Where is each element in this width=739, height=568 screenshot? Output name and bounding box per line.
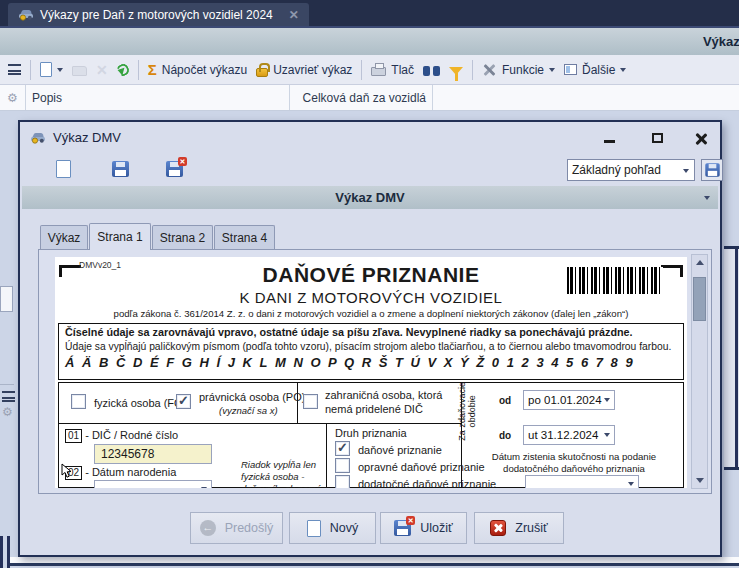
main-toolbar: ✕ ΣNápočet výkazu Uzavrieť výkaz Tlač Fu…	[0, 55, 739, 85]
checkbox-pravnicka-osoba[interactable]	[176, 394, 191, 409]
background-fragment	[0, 384, 14, 385]
layout-icon	[564, 64, 577, 75]
tab-label: Výkaz	[48, 231, 81, 245]
new-record-button[interactable]	[40, 62, 63, 77]
chevron-down-icon	[201, 487, 207, 488]
save-icon	[394, 520, 411, 536]
back-arrow-icon	[200, 520, 216, 536]
checkbox-zahranicna-osoba[interactable]	[303, 394, 318, 409]
discovery-date-combobox[interactable]	[525, 475, 639, 488]
open-button[interactable]	[72, 63, 87, 76]
tab-strana-2[interactable]: Strana 2	[152, 225, 213, 250]
dic-value: 12345678	[101, 447, 154, 461]
form-scrollbar[interactable]	[691, 254, 708, 489]
scroll-down-icon[interactable]	[696, 478, 704, 483]
chevron-down-icon[interactable]	[704, 196, 710, 200]
delete-button[interactable]: ✕	[96, 63, 108, 77]
checkbox-danove-priznanie[interactable]	[335, 441, 350, 456]
separator	[138, 60, 139, 80]
save-view-button[interactable]	[701, 159, 723, 181]
form-table: fyzická osoba (FO) právnická osoba (PO) …	[58, 382, 684, 488]
period-to-combobox[interactable]: ut 31.12.2024	[523, 425, 615, 445]
save-icon	[705, 163, 719, 177]
folder-icon	[72, 66, 87, 76]
dalsie-label: Ďalšie	[582, 63, 615, 77]
section-header: Výkaz DMV	[22, 186, 718, 209]
save-close-icon	[166, 161, 183, 177]
checkbox-fyzicka-osoba[interactable]	[71, 394, 86, 409]
napocet-label: Nápočet výkazu	[162, 63, 247, 77]
grid-settings-cell[interactable]	[0, 85, 26, 110]
ulozit-label: Uložiť	[420, 521, 452, 535]
filter-button[interactable]	[449, 65, 463, 75]
minimize-icon	[604, 140, 615, 143]
period-from-combobox[interactable]: po 01.01.2024	[523, 390, 615, 410]
view-selector-value: Základný pohľad	[572, 163, 661, 177]
car-icon	[30, 131, 46, 144]
column-header-filler	[433, 85, 739, 110]
dic-input[interactable]: 12345678	[94, 444, 212, 464]
chevron-down-icon	[620, 68, 626, 72]
novy-button[interactable]: Nový	[289, 512, 376, 544]
background-fragment	[2, 391, 15, 402]
scroll-up-icon[interactable]	[696, 260, 704, 265]
column-header-total[interactable]: Celková daň za vozidlá	[290, 85, 433, 110]
minimize-button[interactable]	[598, 130, 620, 146]
checkbox-dodatocne-priznanie[interactable]	[335, 475, 350, 488]
binoculars-icon	[423, 63, 440, 76]
tab-strana-4[interactable]: Strana 4	[214, 225, 275, 250]
column-popis-label: Popis	[32, 91, 62, 105]
menu-icon[interactable]	[8, 64, 21, 75]
line02-text: - Dátum narodenia	[85, 466, 176, 478]
predosly-label: Predošlý	[225, 521, 274, 535]
birth-date-combobox[interactable]	[94, 480, 212, 488]
search-button[interactable]	[423, 63, 440, 76]
form-subtitle: K DANI Z MOTOROVÝCH VOZIDIEL	[55, 289, 687, 306]
tab-strana-1[interactable]: Strana 1	[89, 223, 151, 250]
funkcie-menu-button[interactable]: Funkcie	[482, 63, 555, 77]
zrusit-button[interactable]: Zrušiť	[474, 512, 564, 544]
uzavriet-vykaz-button[interactable]: Uzavrieť výkaz	[256, 62, 352, 77]
vykaz-dmv-dialog: Výkaz DMV Základný pohľad Výkaz DMV Výka…	[18, 120, 722, 557]
separator	[472, 60, 473, 80]
delete-icon: ✕	[96, 63, 108, 77]
checkbox-opravne-priznanie[interactable]	[335, 458, 350, 473]
view-selector-combobox[interactable]: Základný pohľad	[567, 159, 695, 181]
predosly-button[interactable]: Predošlý	[190, 512, 283, 544]
refresh-button[interactable]	[117, 64, 129, 76]
column-header-popis[interactable]: Popis	[26, 85, 290, 110]
tab-vykaz[interactable]: Výkaz	[40, 225, 88, 250]
dialog-new-button[interactable]	[56, 160, 71, 178]
printer-icon	[371, 67, 386, 76]
maximize-button[interactable]	[646, 130, 668, 146]
zrusit-label: Zrušiť	[515, 521, 547, 535]
dialog-save-button[interactable]	[112, 161, 129, 177]
close-button[interactable]	[690, 130, 712, 146]
tab-label: Strana 4	[222, 231, 267, 245]
print-label: Tlač	[391, 63, 414, 77]
caption-bar: Výkazy	[0, 28, 739, 55]
document-tab-label: Výkazy pre Daň z motorových vozidiel 202…	[40, 8, 273, 22]
sigma-icon: Σ	[148, 63, 157, 77]
dialog-save-close-button[interactable]	[166, 161, 183, 177]
ulozit-button[interactable]: Uložiť	[380, 512, 467, 544]
napocet-vykazu-button[interactable]: ΣNápočet výkazu	[148, 63, 247, 77]
document-tab[interactable]: Výkazy pre Daň z motorových vozidiel 202…	[8, 3, 309, 26]
close-badge-icon	[406, 516, 415, 525]
line02-label: 02 - Dátum narodenia	[65, 466, 176, 480]
instruction-text: Údaje sa vypĺňajú paličkovým písmom (pod…	[65, 340, 677, 353]
line01-text: - DIČ / Rodné číslo	[85, 429, 178, 441]
sample-characters: Á Ä B Č D É F G H Í J K L M N O P Q R Š …	[65, 355, 677, 372]
line01-number: 01	[65, 429, 82, 443]
scrollbar-thumb[interactable]	[693, 277, 706, 321]
funkcie-label: Funkcie	[502, 63, 544, 77]
print-button[interactable]: Tlač	[371, 63, 414, 77]
chevron-down-icon	[549, 68, 555, 72]
close-icon	[695, 132, 708, 145]
tab-close-icon[interactable]: ✕	[289, 8, 299, 22]
tax-period-label: Za zdaňovacie obdobie	[457, 380, 478, 442]
background-fragment	[735, 249, 738, 467]
dalsie-menu-button[interactable]: Ďalšie	[564, 63, 626, 77]
od-label: od	[499, 395, 511, 406]
danove-priznanie-label: daňové priznanie	[358, 444, 442, 456]
